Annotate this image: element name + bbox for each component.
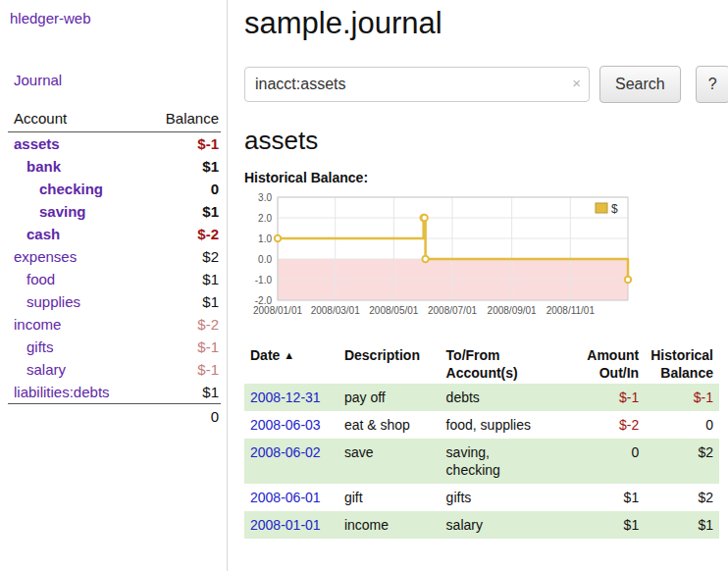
accounts-header-balance: Balance (142, 108, 221, 132)
svg-text:2008/03/01: 2008/03/01 (311, 305, 360, 316)
account-row: expenses$2 (8, 245, 221, 268)
account-balance: $1 (142, 155, 221, 178)
account-row: bank$1 (8, 155, 221, 178)
search-button[interactable]: Search (599, 66, 681, 103)
search-input[interactable] (244, 67, 590, 102)
transaction-date-link[interactable]: 2008-06-03 (250, 417, 321, 433)
account-balance: $1 (142, 268, 221, 290)
svg-text:-1.0: -1.0 (255, 275, 273, 286)
register-header-account: To/From Account(s) (441, 344, 582, 384)
transaction-accounts: gifts (441, 484, 582, 511)
account-row: gifts$-1 (8, 336, 221, 358)
sort-asc-icon: ▲ (284, 349, 294, 361)
register-row: 2008-12-31pay offdebts$-1$-1 (244, 384, 719, 411)
svg-text:$: $ (611, 202, 618, 216)
transaction-date-link[interactable]: 2008-12-31 (250, 389, 321, 405)
svg-text:0.0: 0.0 (258, 254, 272, 265)
account-balance: $-2 (142, 313, 221, 336)
transaction-balance: $1 (645, 511, 719, 539)
help-button[interactable]: ? (696, 66, 728, 103)
transaction-balance: $-1 (645, 384, 719, 411)
transaction-balance: $2 (645, 484, 719, 511)
account-link[interactable]: saving (39, 203, 86, 220)
transaction-description: pay off (338, 384, 441, 411)
register-row: 2008-06-03eat & shopfood, supplies$-20 (244, 411, 719, 439)
svg-text:2.0: 2.0 (258, 213, 272, 224)
search-bar: × Search ? (244, 66, 728, 103)
balance-chart: 3.02.01.00.0-1.0-2.02008/01/012008/03/01… (244, 189, 637, 333)
svg-text:2008/01/01: 2008/01/01 (253, 305, 302, 316)
transaction-description: eat & shop (338, 411, 441, 439)
account-row: assets$-1 (8, 132, 221, 156)
svg-text:2008/05/01: 2008/05/01 (369, 305, 418, 316)
accounts-header-account: Account (8, 108, 142, 132)
account-row: salary$-1 (8, 358, 221, 381)
app-title-link[interactable]: hledger-web (10, 10, 221, 26)
account-balance: $-1 (142, 358, 221, 381)
account-link[interactable]: liabilities:debts (14, 384, 110, 400)
transaction-amount: 0 (581, 439, 645, 484)
sidebar: hledger-web Journal Account Balance asse… (0, 0, 228, 571)
accounts-total-balance: 0 (142, 404, 221, 429)
transaction-accounts: salary (441, 511, 582, 539)
page-title: sample.journal (244, 6, 728, 41)
account-link[interactable]: bank (26, 158, 61, 175)
account-balance: $1 (142, 381, 221, 404)
transaction-accounts: debts (441, 384, 582, 411)
register-header-description: Description (338, 344, 441, 384)
accounts-total-row: 0 (8, 404, 221, 429)
account-row: income$-2 (8, 313, 221, 336)
transaction-amount: $1 (581, 511, 645, 539)
transaction-accounts: saving,checking (441, 439, 582, 484)
account-balance: $-1 (142, 336, 221, 358)
register-row: 2008-06-02savesaving,checking0$2 (244, 439, 719, 484)
transaction-amount: $1 (581, 484, 645, 511)
search-box: × (244, 67, 590, 102)
account-row: cash$-2 (8, 223, 221, 245)
account-balance: $-2 (142, 223, 221, 245)
register-header-row: Date ▲ Description To/From Account(s) Am… (244, 344, 719, 384)
svg-text:2008/09/01: 2008/09/01 (488, 305, 537, 316)
accounts-header-row: Account Balance (8, 108, 221, 132)
account-balance: $-1 (142, 132, 221, 156)
account-link[interactable]: income (14, 316, 61, 333)
account-link[interactable]: assets (14, 135, 60, 152)
accounts-total-spacer (8, 404, 142, 429)
transaction-balance: $2 (645, 439, 719, 484)
account-link[interactable]: expenses (14, 248, 77, 265)
transaction-description: income (338, 511, 441, 539)
svg-text:3.0: 3.0 (258, 192, 272, 203)
register-header-balance: Historical Balance (645, 344, 719, 384)
account-balance: 0 (142, 178, 221, 200)
transaction-description: gift (338, 484, 441, 511)
account-row: liabilities:debts$1 (8, 381, 221, 404)
transaction-date-link[interactable]: 2008-06-02 (250, 444, 321, 460)
account-row: food$1 (8, 268, 221, 290)
clear-search-icon[interactable]: × (572, 76, 581, 91)
account-balance: $2 (142, 245, 221, 268)
register-header-date: Date (250, 347, 280, 363)
main-content: sample.journal × Search ? assets Histori… (228, 0, 728, 571)
account-link[interactable]: cash (26, 226, 60, 242)
account-link[interactable]: food (26, 271, 55, 287)
svg-text:2008/07/01: 2008/07/01 (428, 305, 477, 316)
transaction-balance: 0 (645, 411, 719, 439)
transaction-amount: $-1 (581, 384, 645, 411)
register-row: 2008-01-01incomesalary$1$1 (244, 511, 719, 539)
chart-title: Historical Balance: (244, 170, 728, 185)
svg-text:1.0: 1.0 (258, 234, 272, 244)
account-link[interactable]: supplies (26, 293, 80, 310)
account-row: supplies$1 (8, 290, 221, 313)
transaction-date-link[interactable]: 2008-06-01 (250, 490, 321, 505)
nav-journal-link[interactable]: Journal (14, 72, 221, 88)
account-link[interactable]: gifts (26, 338, 54, 355)
account-link[interactable]: checking (39, 181, 103, 197)
register-row: 2008-06-01giftgifts$1$2 (244, 484, 719, 511)
accounts-table: Account Balance assets$-1bank$1checking0… (8, 108, 221, 428)
account-link[interactable]: salary (26, 361, 66, 378)
register-sort-date[interactable]: Date ▲ (244, 344, 338, 384)
transaction-amount: $-2 (581, 411, 645, 439)
svg-text:-2.0: -2.0 (255, 295, 273, 306)
transaction-description: save (338, 439, 441, 484)
transaction-date-link[interactable]: 2008-01-01 (250, 517, 321, 533)
